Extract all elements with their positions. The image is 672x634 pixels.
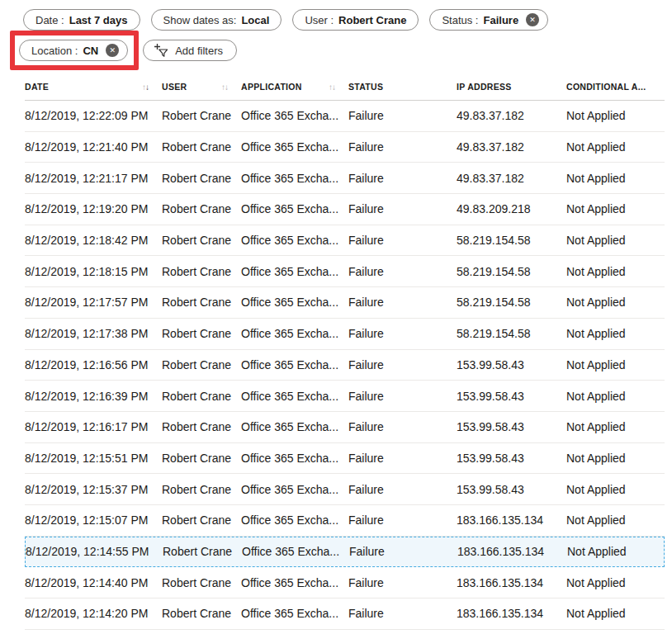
cell-conditional-access: Not Applied: [566, 576, 665, 589]
cell-application: Office 365 Excha...: [241, 140, 348, 154]
table-row[interactable]: 8/12/2019, 12:21:17 PM Robert Crane Offi…: [25, 163, 665, 194]
cell-user: Robert Crane: [163, 545, 242, 558]
cell-application: Office 365 Excha...: [241, 513, 348, 527]
cell-conditional-access: Not Applied: [566, 296, 665, 309]
table-row[interactable]: 8/12/2019, 12:16:17 PM Robert Crane Offi…: [25, 412, 665, 443]
filter-pill-date[interactable]: Date : Last 7 days: [23, 9, 140, 31]
cell-status: Failure: [348, 452, 457, 465]
cell-date: 8/12/2019, 12:22:09 PM: [25, 109, 162, 122]
table-row[interactable]: 8/12/2019, 12:18:42 PM Robert Crane Offi…: [25, 225, 665, 257]
cell-ip-address: 183.166.135.134: [457, 545, 567, 558]
add-filters-button[interactable]: Add filters: [143, 40, 237, 61]
cell-status: Failure: [349, 545, 457, 558]
cell-date: 8/12/2019, 12:15:37 PM: [25, 483, 162, 496]
table-row[interactable]: 8/12/2019, 12:14:40 PM Robert Crane Offi…: [25, 567, 665, 599]
cell-application: Office 365 Excha...: [241, 296, 348, 309]
cell-ip-address: 49.83.37.182: [457, 172, 566, 185]
filter-label: Show dates as:: [163, 14, 237, 26]
table-row[interactable]: 8/12/2019, 12:21:40 PM Robert Crane Offi…: [25, 132, 665, 163]
cell-application: Office 365 Excha...: [241, 109, 348, 122]
cell-status: Failure: [348, 513, 457, 527]
add-filters-label: Add filters: [175, 45, 223, 57]
cell-user: Robert Crane: [162, 420, 241, 433]
cell-date: 8/12/2019, 12:15:07 PM: [25, 513, 162, 527]
column-header-user[interactable]: USER ↑↓: [162, 82, 241, 92]
filter-row-1: Date : Last 7 days Show dates as: Local …: [23, 9, 672, 31]
cell-conditional-access: Not Applied: [566, 513, 665, 527]
cell-application: Office 365 Excha...: [241, 202, 348, 215]
filter-value: Failure: [483, 14, 518, 26]
table-row[interactable]: 8/12/2019, 12:22:09 PM Robert Crane Offi…: [25, 101, 665, 132]
cell-application: Office 365 Excha...: [241, 172, 348, 185]
cell-user: Robert Crane: [162, 483, 241, 496]
remove-location-filter-icon[interactable]: ✕: [106, 44, 119, 57]
filter-label: Date :: [35, 14, 64, 26]
table-row[interactable]: 8/12/2019, 12:15:37 PM Robert Crane Offi…: [25, 474, 665, 505]
sort-icon: ↑↓: [221, 83, 228, 92]
cell-application: Office 365 Excha...: [241, 358, 348, 371]
table-body: 8/12/2019, 12:22:09 PM Robert Crane Offi…: [25, 101, 665, 630]
column-header-application[interactable]: APPLICATION ↑↓: [241, 82, 348, 92]
cell-application: Office 365 Excha...: [241, 265, 348, 278]
cell-conditional-access: Not Applied: [566, 202, 665, 215]
cell-conditional-access: Not Applied: [566, 140, 665, 154]
cell-date: 8/12/2019, 12:21:17 PM: [25, 172, 162, 185]
sort-icon: ↑↓: [142, 83, 149, 92]
column-header-conditional-access: CONDITIONAL A...: [566, 82, 665, 92]
cell-status: Failure: [348, 202, 457, 215]
add-filter-icon: [154, 43, 168, 58]
table-row[interactable]: 8/12/2019, 12:15:07 PM Robert Crane Offi…: [25, 505, 665, 537]
cell-ip-address: 153.99.58.43: [457, 452, 566, 465]
table-row[interactable]: 8/12/2019, 12:14:55 PM Robert Crane Offi…: [25, 537, 665, 568]
table-row[interactable]: 8/12/2019, 12:16:56 PM Robert Crane Offi…: [25, 350, 665, 381]
column-header-date[interactable]: DATE ↑↓: [25, 82, 162, 92]
cell-application: Office 365 Excha...: [241, 483, 348, 496]
cell-user: Robert Crane: [162, 452, 241, 465]
table-row[interactable]: 8/12/2019, 12:17:57 PM Robert Crane Offi…: [25, 287, 665, 319]
filter-pill-location[interactable]: Location : CN ✕: [19, 40, 128, 61]
remove-status-filter-icon[interactable]: ✕: [526, 13, 539, 26]
cell-status: Failure: [348, 358, 457, 371]
cell-user: Robert Crane: [162, 513, 241, 527]
cell-status: Failure: [348, 390, 457, 403]
cell-conditional-access: Not Applied: [567, 545, 664, 558]
filter-value: Robert Crane: [338, 14, 406, 26]
filter-row-2: Location : CN ✕ Add filters: [10, 31, 672, 70]
cell-date: 8/12/2019, 12:16:56 PM: [25, 358, 162, 371]
cell-application: Office 365 Excha...: [241, 390, 348, 403]
cell-user: Robert Crane: [162, 109, 241, 122]
cell-conditional-access: Not Applied: [566, 109, 665, 122]
cell-user: Robert Crane: [162, 327, 241, 340]
cell-ip-address: 49.83.37.182: [457, 109, 566, 122]
filter-pill-status[interactable]: Status : Failure ✕: [429, 9, 548, 31]
cell-conditional-access: Not Applied: [566, 483, 665, 496]
cell-status: Failure: [348, 576, 457, 589]
cell-ip-address: 153.99.58.43: [457, 390, 566, 403]
cell-conditional-access: Not Applied: [566, 172, 665, 185]
cell-date: 8/12/2019, 12:15:51 PM: [25, 452, 162, 465]
table-row[interactable]: 8/12/2019, 12:19:20 PM Robert Crane Offi…: [25, 194, 665, 225]
cell-status: Failure: [348, 109, 457, 122]
cell-date: 8/12/2019, 12:19:20 PM: [25, 202, 162, 215]
cell-ip-address: 153.99.58.43: [457, 483, 566, 496]
table-row[interactable]: 8/12/2019, 12:18:15 PM Robert Crane Offi…: [25, 256, 665, 287]
cell-ip-address: 183.166.135.134: [457, 513, 566, 527]
table-row[interactable]: 8/12/2019, 12:17:38 PM Robert Crane Offi…: [25, 319, 665, 350]
cell-ip-address: 49.83.37.182: [457, 140, 566, 154]
filter-pill-show-dates-as[interactable]: Show dates as: Local: [151, 9, 282, 31]
cell-conditional-access: Not Applied: [566, 327, 665, 340]
cell-date: 8/12/2019, 12:14:55 PM: [26, 545, 163, 558]
table-row[interactable]: 8/12/2019, 12:15:51 PM Robert Crane Offi…: [25, 443, 665, 475]
cell-user: Robert Crane: [162, 140, 241, 154]
cell-application: Office 365 Excha...: [241, 452, 348, 465]
cell-conditional-access: Not Applied: [566, 452, 665, 465]
filter-pill-user[interactable]: User : Robert Crane: [292, 9, 419, 31]
table-row[interactable]: 8/12/2019, 12:16:39 PM Robert Crane Offi…: [25, 381, 665, 412]
cell-date: 8/12/2019, 12:16:17 PM: [25, 420, 162, 433]
column-header-ip-address: IP ADDRESS: [457, 82, 566, 92]
cell-date: 8/12/2019, 12:18:42 PM: [25, 234, 162, 247]
filter-label: User :: [305, 14, 334, 26]
table-row[interactable]: 8/12/2019, 12:14:20 PM Robert Crane Offi…: [25, 599, 665, 630]
cell-status: Failure: [348, 172, 457, 185]
cell-ip-address: 153.99.58.43: [457, 358, 566, 371]
